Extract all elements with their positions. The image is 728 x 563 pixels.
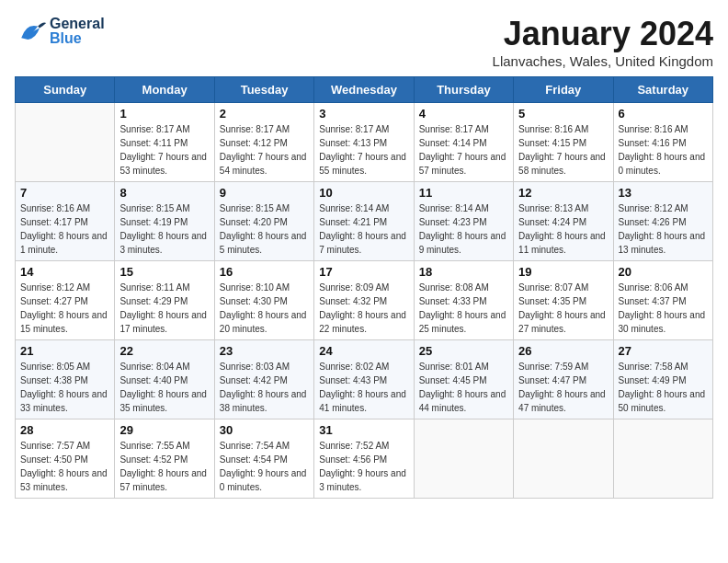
weekday-header-wednesday: Wednesday [314,77,414,103]
calendar-cell-w1-d6: 5Sunrise: 8:16 AMSunset: 4:15 PMDaylight… [514,103,613,182]
day-info: Sunrise: 7:59 AMSunset: 4:47 PMDaylight:… [518,360,608,415]
day-number: 8 [119,186,209,200]
day-number: 28 [20,423,109,437]
day-number: 1 [119,107,209,121]
header: General Blue January 2024 Llanvaches, Wa… [15,15,713,69]
day-info: Sunrise: 8:10 AMSunset: 4:30 PMDaylight:… [220,281,309,336]
weekday-header-friday: Friday [514,77,613,103]
logo: General Blue [15,15,105,48]
calendar-table: SundayMondayTuesdayWednesdayThursdayFrid… [15,76,713,499]
calendar-header: SundayMondayTuesdayWednesdayThursdayFrid… [16,77,713,103]
calendar-body: 1Sunrise: 8:17 AMSunset: 4:11 PMDaylight… [16,103,713,499]
calendar-cell-w5-d1: 28Sunrise: 7:57 AMSunset: 4:50 PMDayligh… [16,419,115,499]
week-row-1: 1Sunrise: 8:17 AMSunset: 4:11 PMDaylight… [16,103,713,182]
day-info: Sunrise: 8:04 AMSunset: 4:40 PMDaylight:… [119,360,209,415]
day-info: Sunrise: 8:16 AMSunset: 4:16 PMDaylight:… [619,122,708,178]
calendar-cell-w5-d6 [514,419,613,499]
day-info: Sunrise: 8:16 AMSunset: 4:17 PMDaylight:… [20,201,109,257]
day-number: 22 [119,344,209,358]
logo-general-text: General [50,17,105,31]
calendar-cell-w2-d4: 10Sunrise: 8:14 AMSunset: 4:21 PMDayligh… [314,182,414,261]
day-info: Sunrise: 7:52 AMSunset: 4:56 PMDaylight:… [319,439,408,494]
day-number: 21 [20,344,109,358]
day-info: Sunrise: 8:06 AMSunset: 4:37 PMDaylight:… [619,281,708,336]
calendar-cell-w5-d7 [613,419,712,499]
week-row-5: 28Sunrise: 7:57 AMSunset: 4:50 PMDayligh… [16,419,713,499]
day-info: Sunrise: 7:55 AMSunset: 4:52 PMDaylight:… [119,439,209,494]
day-number: 2 [220,107,309,121]
day-info: Sunrise: 8:17 AMSunset: 4:11 PMDaylight:… [119,122,209,178]
day-number: 29 [119,423,209,437]
calendar-cell-w2-d6: 12Sunrise: 8:13 AMSunset: 4:24 PMDayligh… [514,182,613,261]
day-number: 26 [518,344,608,358]
calendar-cell-w3-d4: 17Sunrise: 8:09 AMSunset: 4:32 PMDayligh… [314,261,414,340]
weekday-header-monday: Monday [115,77,214,103]
logo-blue-text: Blue [50,31,105,46]
month-title: January 2024 [493,15,713,53]
calendar-cell-w1-d2: 1Sunrise: 8:17 AMSunset: 4:11 PMDaylight… [115,103,214,182]
calendar-cell-w4-d6: 26Sunrise: 7:59 AMSunset: 4:47 PMDayligh… [514,340,613,419]
day-number: 25 [419,344,508,358]
weekday-header-thursday: Thursday [414,77,513,103]
week-row-4: 21Sunrise: 8:05 AMSunset: 4:38 PMDayligh… [16,340,713,419]
calendar-cell-w1-d1 [16,103,115,182]
calendar-cell-w2-d3: 9Sunrise: 8:15 AMSunset: 4:20 PMDaylight… [214,182,313,261]
day-number: 4 [419,107,508,121]
day-number: 5 [518,107,608,121]
calendar-cell-w1-d3: 2Sunrise: 8:17 AMSunset: 4:12 PMDaylight… [214,103,313,182]
calendar-cell-w3-d5: 18Sunrise: 8:08 AMSunset: 4:33 PMDayligh… [414,261,513,340]
day-number: 30 [220,423,309,437]
logo-bird-icon [15,15,48,48]
calendar-cell-w1-d7: 6Sunrise: 8:16 AMSunset: 4:16 PMDaylight… [613,103,712,182]
calendar-cell-w4-d1: 21Sunrise: 8:05 AMSunset: 4:38 PMDayligh… [16,340,115,419]
calendar-cell-w4-d4: 24Sunrise: 8:02 AMSunset: 4:43 PMDayligh… [314,340,414,419]
day-number: 14 [20,265,109,279]
day-info: Sunrise: 8:15 AMSunset: 4:20 PMDaylight:… [220,201,309,257]
week-row-2: 7Sunrise: 8:16 AMSunset: 4:17 PMDaylight… [16,182,713,261]
calendar-cell-w2-d7: 13Sunrise: 8:12 AMSunset: 4:26 PMDayligh… [613,182,712,261]
day-number: 15 [119,265,209,279]
day-info: Sunrise: 8:05 AMSunset: 4:38 PMDaylight:… [20,360,109,415]
day-number: 23 [220,344,309,358]
calendar-cell-w2-d5: 11Sunrise: 8:14 AMSunset: 4:23 PMDayligh… [414,182,513,261]
day-number: 10 [319,186,408,200]
location-subtitle: Llanvaches, Wales, United Kingdom [493,53,713,69]
calendar-cell-w2-d1: 7Sunrise: 8:16 AMSunset: 4:17 PMDaylight… [16,182,115,261]
calendar-cell-w5-d3: 30Sunrise: 7:54 AMSunset: 4:54 PMDayligh… [214,419,313,499]
day-info: Sunrise: 8:16 AMSunset: 4:15 PMDaylight:… [518,122,608,178]
weekday-header-tuesday: Tuesday [214,77,313,103]
day-info: Sunrise: 7:54 AMSunset: 4:54 PMDaylight:… [220,439,309,494]
title-area: January 2024 Llanvaches, Wales, United K… [493,15,713,69]
day-info: Sunrise: 8:12 AMSunset: 4:26 PMDaylight:… [619,201,708,257]
day-number: 13 [619,186,708,200]
day-number: 18 [419,265,508,279]
calendar-cell-w3-d7: 20Sunrise: 8:06 AMSunset: 4:37 PMDayligh… [613,261,712,340]
day-info: Sunrise: 8:13 AMSunset: 4:24 PMDaylight:… [518,201,608,257]
day-number: 6 [619,107,708,121]
day-number: 12 [518,186,608,200]
day-number: 27 [619,344,708,358]
day-info: Sunrise: 8:03 AMSunset: 4:42 PMDaylight:… [220,360,309,415]
day-number: 20 [619,265,708,279]
day-info: Sunrise: 8:15 AMSunset: 4:19 PMDaylight:… [119,201,209,257]
day-number: 7 [20,186,109,200]
week-row-3: 14Sunrise: 8:12 AMSunset: 4:27 PMDayligh… [16,261,713,340]
day-info: Sunrise: 8:11 AMSunset: 4:29 PMDaylight:… [119,281,209,336]
calendar-cell-w3-d1: 14Sunrise: 8:12 AMSunset: 4:27 PMDayligh… [16,261,115,340]
calendar-cell-w5-d4: 31Sunrise: 7:52 AMSunset: 4:56 PMDayligh… [314,419,414,499]
day-number: 19 [518,265,608,279]
day-info: Sunrise: 8:17 AMSunset: 4:13 PMDaylight:… [319,122,408,178]
day-info: Sunrise: 8:17 AMSunset: 4:12 PMDaylight:… [220,122,309,178]
day-number: 3 [319,107,408,121]
day-info: Sunrise: 8:09 AMSunset: 4:32 PMDaylight:… [319,281,408,336]
day-info: Sunrise: 7:57 AMSunset: 4:50 PMDaylight:… [20,439,109,494]
calendar-cell-w2-d2: 8Sunrise: 8:15 AMSunset: 4:19 PMDaylight… [115,182,214,261]
calendar-cell-w5-d2: 29Sunrise: 7:55 AMSunset: 4:52 PMDayligh… [115,419,214,499]
weekday-header-saturday: Saturday [613,77,712,103]
day-info: Sunrise: 8:14 AMSunset: 4:21 PMDaylight:… [319,201,408,257]
calendar-cell-w1-d4: 3Sunrise: 8:17 AMSunset: 4:13 PMDaylight… [314,103,414,182]
day-info: Sunrise: 7:58 AMSunset: 4:49 PMDaylight:… [619,360,708,415]
day-number: 9 [220,186,309,200]
logo-text: General Blue [50,17,105,46]
calendar-cell-w4-d3: 23Sunrise: 8:03 AMSunset: 4:42 PMDayligh… [214,340,313,419]
